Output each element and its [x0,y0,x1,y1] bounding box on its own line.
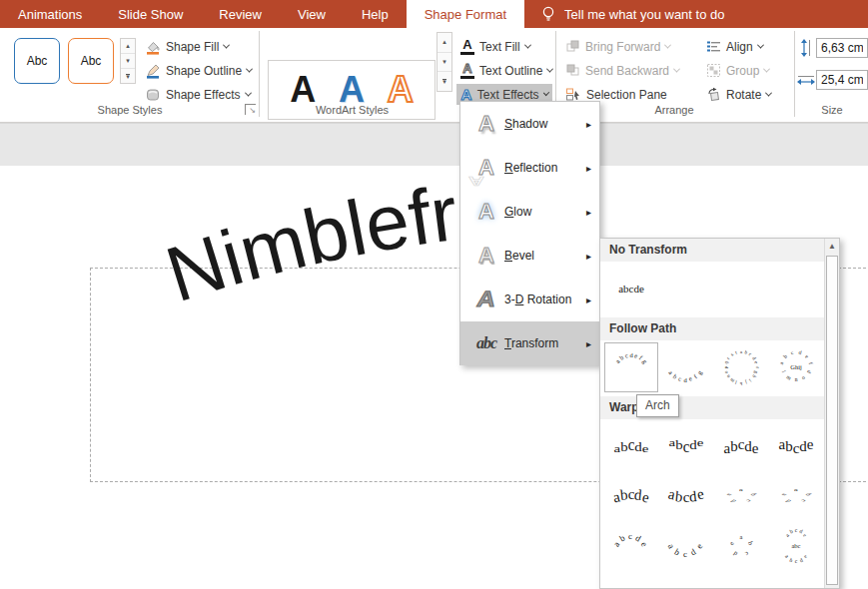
wordart-preset-orange-outline[interactable]: A [388,72,414,108]
tooltip: Arch [636,394,679,417]
align-button[interactable]: Align [702,36,767,57]
text-outline-label: Text Outline [479,64,542,78]
gallery-more-button[interactable]: ▾ [121,69,135,83]
gallery-scroll-up-button[interactable]: ▴ [121,39,135,54]
shape-effects-icon [145,87,161,103]
text-outline-button[interactable]: A Text Outline [456,60,556,81]
transform-thumb-triangle-inverted[interactable]: abcde [659,421,713,471]
scrollbar-up-arrow-icon[interactable]: ▲ [825,239,839,255]
gallery-scrollbar[interactable]: ▲ [824,239,839,588]
menu-item-3-d-rotation[interactable]: A3-D Rotation▸ [460,278,599,321]
tab-slide-show[interactable]: Slide Show [100,0,201,28]
shape-outline-button[interactable]: Shape Outline [141,60,256,81]
transform-thumb-ring-outside[interactable]: abcde [769,471,823,521]
submenu-arrow-icon: ▸ [586,338,595,349]
gallery-scroll-down-button[interactable]: ▾ [437,53,451,73]
group-button[interactable]: Group [702,60,773,81]
transform-thumb-arch-down[interactable]: abcdefg [659,342,713,392]
submenu-arrow-icon: ▸ [586,294,595,305]
transform-thumb-no-transform[interactable]: abcde [604,264,658,313]
menu-item-bevel[interactable]: ABevel▸ [460,234,599,278]
chevron-down-icon [673,66,680,73]
chevron-down-icon [542,90,549,97]
group-label: Group [726,64,759,78]
gallery-section-warp: Warp [600,396,824,419]
transform-thumb-chevron[interactable]: abcde [714,421,768,471]
ribbon-tabs: AnimationsSlide ShowReviewViewHelpShape … [0,0,524,28]
shadow-effect-icon: A [468,112,504,136]
tell-me-box[interactable]: Tell me what you want to do [524,0,724,28]
submenu-arrow-icon: ▸ [586,207,595,218]
shape-width-input[interactable] [816,70,868,90]
text-effects-icon: A [460,88,472,101]
shape-style-preset-2[interactable]: Abc [68,38,114,84]
shape-fill-button[interactable]: Shape Fill [141,36,233,57]
shape-height-input[interactable] [816,38,868,58]
transform-gallery-content: No TransformabcdeFollow Pathabcdefgabcde… [600,239,824,575]
menu-item-glow[interactable]: AGlow▸ [460,190,599,234]
rotate-button[interactable]: Rotate [702,84,775,105]
transform-thumb-chevron-inverted[interactable]: abcde [769,421,823,471]
shape-style-preset-2-label: Abc [81,54,102,68]
menu-item-reflection[interactable]: AReflection▸ [460,146,599,190]
transform-thumb-ring-inside[interactable]: abcde [714,471,768,521]
group-objects-icon [706,63,721,78]
text-fill-button[interactable]: A Text Fill [456,36,534,57]
menu-item-shadow[interactable]: AShadow▸ [460,102,599,146]
gallery-scroll-down-button[interactable]: ▾ [121,54,135,69]
shape-style-preset-1[interactable]: Abc [14,38,60,84]
transform-thumb-curve-down[interactable]: abcde [659,521,713,571]
transform-thumb-circle[interactable]: abcdefghijklmnopqrst [714,342,768,392]
text-effects-label: Text Effects [477,88,539,102]
transform-thumb-curve-up-slight[interactable]: abcde [604,471,658,521]
gallery-more-button[interactable]: ▾ [437,72,451,91]
tab-help[interactable]: Help [344,0,407,28]
selection-pane-icon [565,87,581,102]
shape-style-preset-1-label: Abc [27,54,48,68]
tab-review[interactable]: Review [201,0,280,28]
tab-shape-format[interactable]: Shape Format [407,0,524,28]
shape-fill-label: Shape Fill [166,40,219,54]
shape-effects-button[interactable]: Shape Effects [141,84,255,105]
chevron-down-icon [524,42,531,49]
shape-outline-label: Shape Outline [166,64,242,78]
wordart-preset-black[interactable]: A [290,72,316,108]
transform-thumb-ring-small[interactable]: abcde [714,521,768,571]
transform-thumb-button[interactable]: abcdefGhijlmnop [769,342,823,392]
submenu-arrow-icon: ▸ [586,119,595,130]
wordart-text[interactable]: Nimblefre [156,164,504,318]
wordart-styles-group-label: WordArt Styles [280,104,425,116]
send-backward-button[interactable]: Send Backward [561,60,683,81]
transform-thumb-triangle[interactable]: abcde [604,421,658,471]
glow-effect-icon: A [468,200,504,224]
transform-thumb-arch[interactable]: abcdefg [604,342,658,392]
menu-item-transform[interactable]: abcTransform▸ [460,321,599,365]
menu-item-label: Reflection [504,161,586,175]
reflection-effect-icon: A [468,156,504,180]
pencil-icon [145,63,161,79]
tab-view[interactable]: View [280,0,344,28]
bring-forward-button[interactable]: Bring Forward [561,36,674,57]
send-backward-label: Send Backward [585,64,669,78]
group-divider [259,31,260,117]
submenu-arrow-icon: ▸ [586,251,595,262]
shape-styles-gallery-scroll: ▴ ▾ ▾ [120,38,136,84]
arrange-group-label: Arrange [609,104,739,116]
tab-animations[interactable]: Animations [0,0,100,28]
chevron-down-icon [546,66,553,73]
submenu-arrow-icon: ▸ [586,163,595,174]
transform-thumb-curve-down-slight[interactable]: abcde [659,471,713,521]
chevron-down-icon [246,66,253,73]
text-fill-label: Text Fill [479,40,520,54]
transform-effect-icon: abc [468,331,504,355]
bring-forward-label: Bring Forward [585,40,660,54]
wordart-preset-blue[interactable]: A [339,72,365,108]
scrollbar-thumb[interactable] [826,256,838,585]
transform-thumb-curve-up[interactable]: abcde [604,521,658,571]
selection-pane-label: Selection Pane [586,88,667,102]
shape-styles-dialog-launcher[interactable]: ↘ [245,104,256,115]
gallery-scroll-up-button[interactable]: ▴ [437,33,451,53]
transform-thumb-stacked-circles[interactable]: abcdeabcabcde [769,521,823,571]
text-outline-icon: A [460,62,474,79]
bevel-effect-icon: A [468,244,504,268]
